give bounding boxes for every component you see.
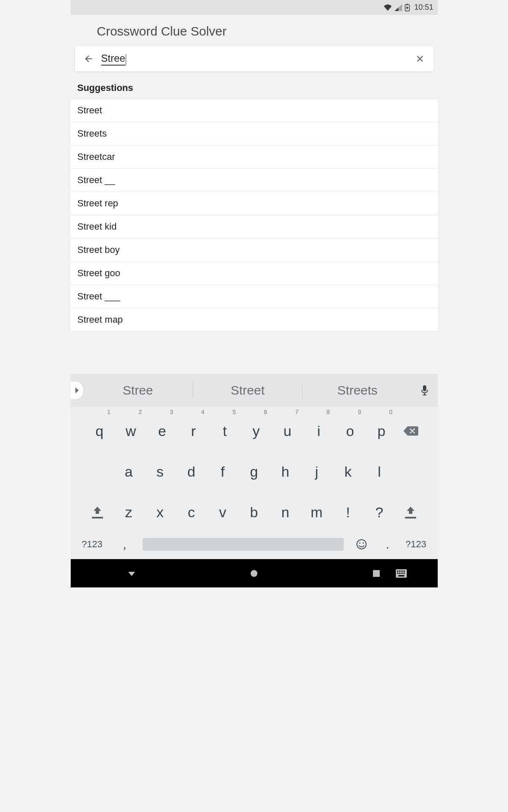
key-k[interactable]: k bbox=[334, 456, 362, 487]
key-comma[interactable]: , bbox=[112, 537, 138, 551]
key-x[interactable]: x bbox=[146, 497, 174, 528]
keyboard-prediction-bar: Stree Street Streets bbox=[71, 374, 438, 407]
key-g[interactable]: g bbox=[240, 456, 268, 487]
search-input[interactable]: Stree bbox=[101, 52, 125, 64]
triangle-down-icon bbox=[127, 568, 137, 579]
key-backspace[interactable] bbox=[399, 425, 422, 436]
key-shift-right[interactable] bbox=[397, 497, 424, 528]
key-r[interactable]: 4r bbox=[180, 415, 207, 447]
suggestion-item[interactable]: Street goo bbox=[71, 262, 438, 285]
svg-rect-4 bbox=[423, 385, 426, 391]
key-symbols-right[interactable]: ?123 bbox=[401, 539, 431, 550]
chevron-right-icon bbox=[74, 387, 80, 394]
suggestion-item[interactable]: Street rep bbox=[71, 192, 438, 215]
svg-rect-17 bbox=[397, 573, 398, 574]
app-header: Crossword Clue Solver bbox=[71, 15, 438, 46]
key-symbols-left[interactable]: ?123 bbox=[77, 539, 107, 550]
key-exclaim[interactable]: ! bbox=[334, 497, 362, 528]
key-m[interactable]: m bbox=[303, 497, 330, 528]
suggestion-item[interactable]: Street __ bbox=[71, 169, 438, 192]
svg-rect-18 bbox=[399, 573, 400, 574]
close-icon bbox=[415, 54, 425, 64]
key-z[interactable]: z bbox=[115, 497, 142, 528]
svg-point-8 bbox=[359, 542, 360, 543]
keyboard-row-1: 1q 2w 3e 4r 5t 6y 7u 8i 9o 0p bbox=[73, 415, 435, 447]
suggestions-list: Street Streets Streetcar Street __ Stree… bbox=[71, 99, 438, 332]
key-u[interactable]: 7u bbox=[274, 415, 301, 447]
key-i[interactable]: 8i bbox=[305, 415, 332, 447]
key-o[interactable]: 9o bbox=[337, 415, 364, 447]
suggestion-item[interactable]: Street ___ bbox=[71, 285, 438, 308]
svg-point-7 bbox=[357, 540, 366, 549]
wifi-icon bbox=[384, 4, 392, 11]
key-period[interactable]: . bbox=[379, 537, 396, 551]
keyboard-row-3: z x c v b n m ! ? bbox=[73, 497, 435, 528]
suggestion-item[interactable]: Street bbox=[71, 99, 438, 122]
suggestion-item[interactable]: Street map bbox=[71, 308, 438, 332]
keyboard-icon bbox=[395, 569, 407, 578]
svg-rect-15 bbox=[401, 571, 403, 572]
prediction-3[interactable]: Streets bbox=[303, 383, 412, 398]
key-c[interactable]: c bbox=[178, 497, 205, 528]
suggestions-header: Suggestions bbox=[71, 75, 438, 99]
key-f[interactable]: f bbox=[209, 456, 236, 487]
key-space[interactable] bbox=[143, 538, 344, 551]
clock-text: 10:51 bbox=[414, 3, 433, 12]
soft-keyboard: Stree Street Streets 1q 2w 3e 4r 5t 6y 7… bbox=[71, 374, 438, 559]
key-l[interactable]: l bbox=[366, 456, 393, 487]
nav-ime-button[interactable] bbox=[376, 569, 427, 578]
svg-rect-21 bbox=[398, 575, 404, 576]
key-b[interactable]: b bbox=[240, 497, 268, 528]
key-n[interactable]: n bbox=[272, 497, 299, 528]
key-p[interactable]: 0p bbox=[368, 415, 395, 447]
suggestion-item[interactable]: Streetcar bbox=[71, 145, 438, 169]
microphone-icon bbox=[421, 385, 428, 396]
clear-button[interactable] bbox=[411, 54, 428, 64]
key-emoji[interactable] bbox=[349, 538, 374, 550]
shift-icon bbox=[93, 506, 102, 515]
app-title: Crossword Clue Solver bbox=[97, 24, 425, 38]
key-v[interactable]: v bbox=[209, 497, 236, 528]
suggestion-item[interactable]: Streets bbox=[71, 122, 438, 145]
back-button[interactable] bbox=[80, 54, 97, 64]
key-q[interactable]: 1q bbox=[86, 415, 113, 447]
key-y[interactable]: 6y bbox=[243, 415, 270, 447]
nav-home-button[interactable] bbox=[229, 568, 279, 579]
key-shift-left[interactable] bbox=[84, 497, 111, 528]
key-w[interactable]: 2w bbox=[117, 415, 144, 447]
backspace-icon bbox=[403, 425, 419, 436]
key-d[interactable]: d bbox=[178, 456, 205, 487]
search-input-wrap[interactable]: Stree bbox=[97, 52, 411, 66]
keyboard-expand-button[interactable] bbox=[71, 381, 83, 399]
prediction-1[interactable]: Stree bbox=[83, 383, 193, 398]
key-question[interactable]: ? bbox=[366, 497, 393, 528]
key-h[interactable]: h bbox=[272, 456, 299, 487]
svg-rect-13 bbox=[397, 571, 398, 572]
prediction-2[interactable]: Street bbox=[193, 383, 302, 398]
suggestion-item[interactable]: Street boy bbox=[71, 239, 438, 262]
cell-signal-icon bbox=[395, 4, 402, 11]
key-t[interactable]: 5t bbox=[211, 415, 238, 447]
nav-back-button[interactable] bbox=[106, 568, 157, 579]
battery-charging-icon bbox=[405, 4, 410, 11]
keyboard-row-bottom: ?123 , . ?123 bbox=[73, 537, 435, 551]
svg-rect-20 bbox=[403, 573, 405, 574]
navigation-bar bbox=[71, 559, 438, 587]
key-s[interactable]: s bbox=[146, 456, 174, 487]
key-a[interactable]: a bbox=[115, 456, 142, 487]
suggestion-item[interactable]: Street kid bbox=[71, 215, 438, 239]
svg-rect-16 bbox=[403, 571, 405, 572]
key-j[interactable]: j bbox=[303, 456, 330, 487]
key-e[interactable]: 3e bbox=[149, 415, 176, 447]
svg-point-9 bbox=[362, 542, 364, 543]
status-bar: 10:51 bbox=[71, 0, 438, 15]
svg-point-10 bbox=[251, 570, 257, 577]
microphone-button[interactable] bbox=[412, 385, 437, 396]
svg-rect-14 bbox=[399, 571, 400, 572]
circle-icon bbox=[249, 568, 259, 579]
arrow-left-icon bbox=[83, 54, 94, 64]
keyboard-row-2: a s d f g h j k l bbox=[73, 456, 435, 487]
svg-rect-19 bbox=[401, 573, 403, 574]
shift-icon bbox=[406, 506, 415, 515]
text-caret bbox=[126, 54, 126, 65]
